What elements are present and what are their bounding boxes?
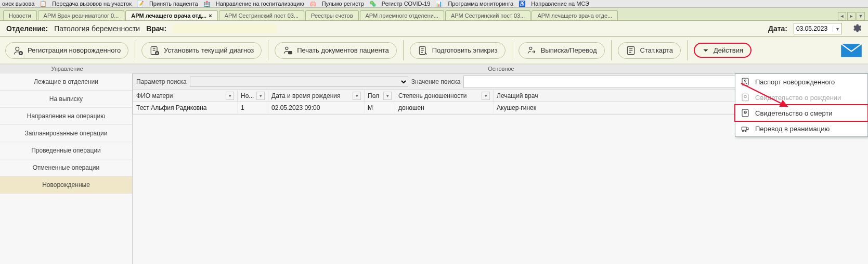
search-param-label: Параметр поиска — [136, 78, 187, 85]
menu-item[interactable]: Передача вызовов на участок — [50, 1, 134, 7]
icon: 🦠 — [367, 1, 379, 7]
tab[interactable]: АРМ Сестринский пост 03... — [445, 10, 530, 20]
discharge-transfer-button[interactable]: Выписка/Перевод — [519, 42, 605, 59]
divider — [687, 40, 688, 60]
menu-item-label: Паспорт новорожденного — [755, 78, 835, 86]
menu-item[interactable]: Пульмо регистр — [320, 1, 366, 7]
filter-icon[interactable]: ▾ — [226, 92, 234, 100]
cell: доношен — [395, 102, 494, 114]
column-header[interactable]: Степень доношенности — [398, 92, 467, 99]
tab-list-button[interactable]: ▼ — [857, 12, 865, 20]
button-label: Печать документов пациента — [297, 46, 389, 54]
sidebar-item[interactable]: Направления на операцию — [0, 108, 132, 125]
button-label: Действия — [714, 46, 743, 54]
search-value-label: Значение поиска — [411, 78, 461, 85]
menu-item-birth-cert: Свидетельство о рождении — [735, 90, 867, 105]
menu-item-label: Свидетельство о рождении — [755, 94, 841, 102]
svg-point-7 — [529, 47, 532, 49]
top-menu-bar: оиск вызова 📋 Передача вызовов на участо… — [0, 0, 868, 8]
divider — [268, 40, 268, 60]
icon: 🫁 — [307, 1, 319, 7]
tab-prev-button[interactable]: ◄ — [838, 12, 846, 20]
button-label: Регистрация новорожденного — [28, 46, 121, 54]
menu-item-death-cert[interactable]: Свидетельство о смерти — [734, 104, 868, 122]
svg-rect-11 — [742, 94, 748, 101]
department-value: Патология беременности — [54, 24, 140, 33]
filter-icon[interactable]: ▾ — [482, 92, 490, 100]
tab[interactable]: Реестры счетов — [305, 10, 358, 20]
gear-icon[interactable] — [851, 23, 862, 35]
department-label: Отделение: — [6, 24, 48, 33]
column-header[interactable]: ФИО матери — [136, 92, 173, 99]
menu-item[interactable]: Регистр COVID-19 — [380, 1, 433, 7]
menu-item[interactable]: оиск вызова — [0, 1, 36, 7]
tab[interactable]: АРМ Сестринский пост 03... — [219, 10, 304, 20]
date-label: Дата: — [768, 24, 787, 33]
icon: 🏥 — [201, 1, 213, 7]
register-newborn-button[interactable]: Регистрация новорожденного — [5, 42, 128, 59]
menu-item-to-reanimation[interactable]: Перевод в реанимацию — [735, 121, 867, 136]
icon: 📊 — [433, 1, 445, 7]
tab-active[interactable]: АРМ лечащего врача отд...× — [125, 10, 217, 20]
tab-label: АРМ лечащего врача отд... — [131, 12, 206, 19]
close-icon[interactable]: × — [209, 12, 212, 19]
svg-point-16 — [742, 130, 743, 131]
filter-icon[interactable]: ▾ — [256, 92, 265, 100]
date-picker[interactable]: ▾ — [794, 23, 842, 34]
toolbar: Регистрация новорожденного Установить те… — [0, 37, 868, 64]
sidebar-item[interactable]: Проведенные операции — [0, 142, 132, 159]
tab-next-button[interactable]: ► — [847, 12, 856, 20]
search-param-select[interactable] — [190, 77, 408, 87]
cell: 02.05.2023 09:00 — [268, 102, 365, 114]
tab[interactable]: АРМ Врач реаниматолог 0... — [38, 10, 125, 20]
icon: ♿ — [516, 1, 528, 7]
sidebar-item[interactable]: Запланированные операции — [0, 125, 132, 142]
tab[interactable]: Новости — [3, 10, 37, 20]
column-header[interactable]: Лечащий врач — [497, 92, 538, 99]
column-header[interactable]: Но... — [241, 92, 254, 99]
info-bar: Отделение: Патология беременности Врач: … — [0, 21, 868, 37]
divider — [135, 40, 135, 60]
icon: 📝 — [135, 1, 146, 7]
menu-item-passport[interactable]: Паспорт новорожденного — [735, 74, 867, 90]
svg-rect-5 — [289, 51, 292, 54]
svg-point-17 — [745, 130, 746, 131]
group-header-bar: Управление Основное — [0, 64, 868, 73]
divider — [611, 40, 612, 60]
svg-point-10 — [745, 80, 746, 81]
svg-rect-13 — [742, 109, 748, 117]
sidebar-item-selected[interactable]: Новорожденные — [0, 177, 132, 194]
group-management: Управление — [0, 65, 134, 73]
menu-item[interactable]: Направление на госпитализацию — [214, 1, 306, 7]
menu-item[interactable]: Направление на МСЭ — [529, 1, 591, 7]
column-header[interactable]: Пол — [368, 92, 379, 99]
tab[interactable]: АРМ приемного отделени... — [360, 10, 444, 20]
button-label: Выписка/Перевод — [541, 46, 597, 54]
set-diagnosis-button[interactable]: Установить текущий диагноз — [141, 42, 262, 59]
filter-icon[interactable]: ▾ — [353, 92, 361, 100]
sidebar-item[interactable]: Лежащие в отделении — [0, 73, 132, 91]
prepare-epicrisis-button[interactable]: Подготовить эпикриз — [410, 42, 506, 59]
sidebar-item[interactable]: Отмененные операции — [0, 159, 132, 177]
sidebar-item[interactable]: На выписку — [0, 91, 132, 108]
stat-card-button[interactable]: Стат.карта — [618, 42, 681, 59]
main-area: Параметр поиска Значение поиска ФИО мате… — [133, 73, 868, 264]
svg-rect-9 — [742, 78, 748, 85]
filter-icon[interactable]: ▾ — [383, 92, 392, 100]
date-input[interactable] — [794, 24, 833, 33]
cell: 1 — [238, 102, 268, 114]
menu-item[interactable]: Принять пациента — [147, 1, 200, 7]
menu-item-label: Перевод в реанимацию — [755, 125, 830, 133]
print-docs-button[interactable]: Печать документов пациента — [275, 42, 397, 59]
dropdown-icon[interactable]: ▾ — [833, 26, 841, 32]
doctor-value — [173, 24, 277, 33]
menu-item[interactable]: Программа мониторинга — [446, 1, 515, 7]
button-label: Стат.карта — [640, 46, 673, 54]
doctor-label: Врач: — [146, 24, 166, 33]
mail-icon[interactable] — [840, 40, 863, 60]
column-header[interactable]: Дата и время рождения — [271, 92, 341, 99]
actions-button[interactable]: Действия — [694, 43, 752, 58]
tab-nav: ◄ ► ▼ — [838, 12, 865, 20]
svg-rect-15 — [742, 127, 746, 130]
tab[interactable]: АРМ лечащего врача отде... — [532, 10, 618, 20]
